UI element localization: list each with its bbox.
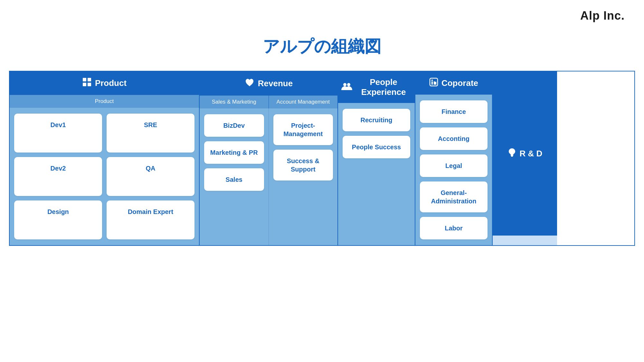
revenue-header: Revenue: [200, 71, 337, 96]
card-dev1: Dev1: [14, 114, 102, 153]
sales-sub-body: BizDev Marketing & PR Sales: [200, 108, 269, 245]
rd-header-label: R & D: [520, 149, 543, 159]
org-chart: Product Product Dev1 SRE Dev2 QA Design …: [9, 71, 635, 246]
svg-rect-2: [83, 83, 86, 86]
card-design: Design: [14, 200, 102, 239]
company-logo: Alp Inc.: [580, 9, 625, 23]
svg-rect-3: [88, 83, 91, 86]
page-title: アルプの組織図: [0, 35, 644, 58]
card-success-support: Success & Support: [273, 150, 333, 181]
people-exp-icon: [341, 82, 352, 93]
logo-text: Alp Inc.: [580, 9, 625, 23]
card-domain-expert: Domain Expert: [107, 200, 194, 239]
svg-rect-1: [88, 78, 91, 81]
rd-column: R & D: [493, 71, 557, 245]
account-sub-body: Project-Management Success & Support: [269, 108, 338, 245]
card-general-administration: General-Administration: [420, 181, 488, 212]
card-bizdev: BizDev: [204, 114, 264, 137]
card-legal: Legal: [420, 154, 488, 177]
card-finance: Finance: [420, 100, 488, 123]
rd-header: R & D: [493, 71, 557, 236]
card-people-success: People Success: [343, 136, 410, 158]
svg-rect-10: [511, 156, 513, 157]
svg-rect-7: [431, 81, 433, 85]
card-marketing-pr: Marketing & PR: [204, 141, 264, 164]
revenue-sub-headers: Sales & Marketing Account Management: [200, 96, 337, 108]
corporate-column: Coporate Finance Acconting Legal General…: [415, 71, 493, 245]
corporate-icon: [429, 78, 438, 89]
product-header-label: Product: [95, 78, 127, 88]
revenue-header-label: Revenue: [258, 79, 293, 88]
card-project-management: Project-Management: [273, 114, 333, 145]
people-exp-body: Recruiting People Success: [338, 103, 415, 245]
rd-icon: [507, 148, 516, 160]
card-qa: QA: [107, 157, 194, 196]
card-recruiting: Recruiting: [343, 109, 410, 131]
sub-header-sales: Sales & Marketing: [200, 96, 269, 108]
people-experience-column: People Experience Recruiting People Succ…: [338, 71, 415, 245]
card-dev2: Dev2: [14, 157, 102, 196]
revenue-icon: [244, 77, 255, 90]
svg-point-4: [343, 83, 346, 86]
card-sales: Sales: [204, 168, 264, 191]
product-body: Dev1 SRE Dev2 QA Design Domain Expert: [10, 108, 199, 245]
card-labor: Labor: [420, 217, 488, 239]
rd-body: [493, 236, 557, 245]
card-acconting: Acconting: [420, 127, 488, 150]
sub-header-account: Account Management: [269, 96, 338, 108]
revenue-body: BizDev Marketing & PR Sales Project-Mana…: [200, 108, 337, 245]
product-column: Product Product Dev1 SRE Dev2 QA Design …: [10, 71, 200, 245]
svg-rect-0: [83, 78, 86, 81]
people-exp-header: People Experience: [338, 71, 415, 103]
revenue-column: Revenue Sales & Marketing Account Manage…: [200, 71, 338, 245]
product-header: Product: [10, 71, 199, 95]
svg-point-5: [347, 83, 350, 86]
product-sub-header: Product: [10, 95, 199, 108]
svg-point-8: [431, 79, 433, 81]
card-sre: SRE: [107, 114, 194, 153]
svg-rect-9: [434, 81, 435, 85]
corporate-body: Finance Acconting Legal General-Administ…: [415, 95, 492, 245]
people-exp-header-label: People Experience: [355, 77, 412, 97]
corporate-header-label: Coporate: [441, 78, 478, 88]
corporate-header: Coporate: [415, 71, 492, 95]
product-icon: [82, 77, 92, 89]
